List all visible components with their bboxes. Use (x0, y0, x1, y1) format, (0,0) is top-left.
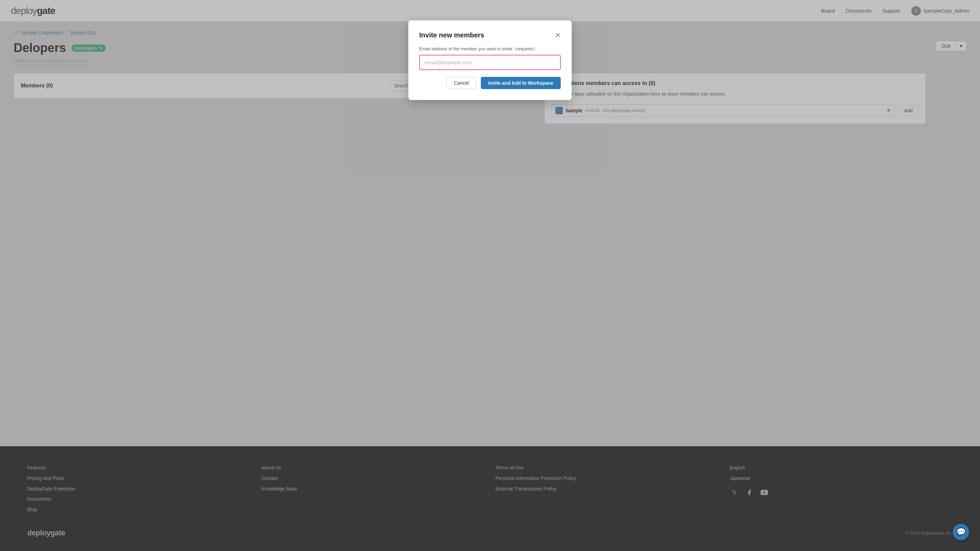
chat-bubble[interactable]: 💬 (953, 524, 969, 540)
chat-icon: 💬 (956, 527, 966, 537)
email-label: Email address of the member you want to … (419, 46, 561, 52)
modal-title: Invite new members (419, 31, 484, 39)
cancel-button[interactable]: Cancel (446, 77, 477, 89)
invite-workspace-button[interactable]: Invite and Add to Workspace (481, 77, 561, 89)
modal-footer: Cancel Invite and Add to Workspace (419, 77, 561, 89)
close-button[interactable]: ✕ (555, 32, 561, 39)
modal-header: Invite new members ✕ (419, 31, 561, 39)
email-input[interactable] (419, 55, 561, 70)
modal-backdrop: Invite new members ✕ Email address of th… (0, 0, 980, 551)
invite-modal: Invite new members ✕ Email address of th… (408, 21, 572, 100)
